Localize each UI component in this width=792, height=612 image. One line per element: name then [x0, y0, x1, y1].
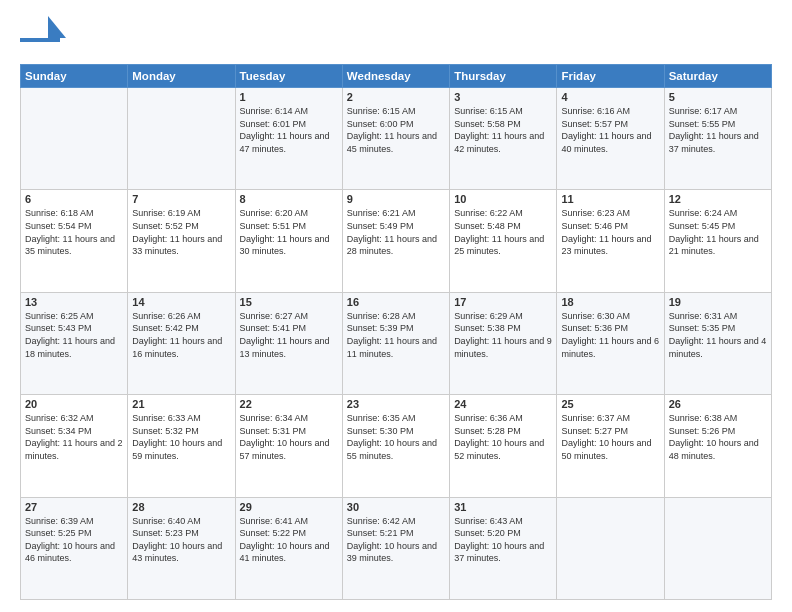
calendar-cell: 17Sunrise: 6:29 AMSunset: 5:38 PMDayligh…	[450, 292, 557, 394]
calendar-cell: 26Sunrise: 6:38 AMSunset: 5:26 PMDayligh…	[664, 395, 771, 497]
calendar-header: SundayMondayTuesdayWednesdayThursdayFrid…	[21, 65, 772, 88]
cell-info: Sunrise: 6:22 AMSunset: 5:48 PMDaylight:…	[454, 207, 552, 257]
day-number: 30	[347, 501, 445, 513]
day-number: 11	[561, 193, 659, 205]
day-number: 20	[25, 398, 123, 410]
cell-info: Sunrise: 6:29 AMSunset: 5:38 PMDaylight:…	[454, 310, 552, 360]
day-number: 17	[454, 296, 552, 308]
calendar-cell: 9Sunrise: 6:21 AMSunset: 5:49 PMDaylight…	[342, 190, 449, 292]
week-row-5: 27Sunrise: 6:39 AMSunset: 5:25 PMDayligh…	[21, 497, 772, 599]
cell-info: Sunrise: 6:28 AMSunset: 5:39 PMDaylight:…	[347, 310, 445, 360]
calendar-cell	[664, 497, 771, 599]
cell-info: Sunrise: 6:39 AMSunset: 5:25 PMDaylight:…	[25, 515, 123, 565]
cell-info: Sunrise: 6:26 AMSunset: 5:42 PMDaylight:…	[132, 310, 230, 360]
logo-icon	[20, 16, 66, 56]
header-row: SundayMondayTuesdayWednesdayThursdayFrid…	[21, 65, 772, 88]
calendar-cell: 22Sunrise: 6:34 AMSunset: 5:31 PMDayligh…	[235, 395, 342, 497]
day-header-friday: Friday	[557, 65, 664, 88]
day-number: 29	[240, 501, 338, 513]
cell-info: Sunrise: 6:15 AMSunset: 6:00 PMDaylight:…	[347, 105, 445, 155]
day-number: 4	[561, 91, 659, 103]
day-header-wednesday: Wednesday	[342, 65, 449, 88]
svg-marker-1	[48, 16, 66, 38]
calendar-cell: 14Sunrise: 6:26 AMSunset: 5:42 PMDayligh…	[128, 292, 235, 394]
day-header-thursday: Thursday	[450, 65, 557, 88]
header	[20, 16, 772, 56]
calendar-cell: 13Sunrise: 6:25 AMSunset: 5:43 PMDayligh…	[21, 292, 128, 394]
calendar-cell: 1Sunrise: 6:14 AMSunset: 6:01 PMDaylight…	[235, 88, 342, 190]
calendar-cell: 23Sunrise: 6:35 AMSunset: 5:30 PMDayligh…	[342, 395, 449, 497]
cell-info: Sunrise: 6:35 AMSunset: 5:30 PMDaylight:…	[347, 412, 445, 462]
day-number: 23	[347, 398, 445, 410]
week-row-3: 13Sunrise: 6:25 AMSunset: 5:43 PMDayligh…	[21, 292, 772, 394]
day-number: 25	[561, 398, 659, 410]
day-number: 19	[669, 296, 767, 308]
day-number: 22	[240, 398, 338, 410]
calendar-cell: 16Sunrise: 6:28 AMSunset: 5:39 PMDayligh…	[342, 292, 449, 394]
calendar-cell: 18Sunrise: 6:30 AMSunset: 5:36 PMDayligh…	[557, 292, 664, 394]
calendar-cell: 7Sunrise: 6:19 AMSunset: 5:52 PMDaylight…	[128, 190, 235, 292]
day-number: 21	[132, 398, 230, 410]
calendar-cell: 5Sunrise: 6:17 AMSunset: 5:55 PMDaylight…	[664, 88, 771, 190]
calendar-cell: 3Sunrise: 6:15 AMSunset: 5:58 PMDaylight…	[450, 88, 557, 190]
day-number: 10	[454, 193, 552, 205]
cell-info: Sunrise: 6:32 AMSunset: 5:34 PMDaylight:…	[25, 412, 123, 462]
cell-info: Sunrise: 6:19 AMSunset: 5:52 PMDaylight:…	[132, 207, 230, 257]
calendar-cell: 2Sunrise: 6:15 AMSunset: 6:00 PMDaylight…	[342, 88, 449, 190]
cell-info: Sunrise: 6:17 AMSunset: 5:55 PMDaylight:…	[669, 105, 767, 155]
svg-rect-0	[20, 38, 60, 42]
cell-info: Sunrise: 6:16 AMSunset: 5:57 PMDaylight:…	[561, 105, 659, 155]
day-number: 1	[240, 91, 338, 103]
day-header-monday: Monday	[128, 65, 235, 88]
day-number: 6	[25, 193, 123, 205]
day-number: 18	[561, 296, 659, 308]
day-header-saturday: Saturday	[664, 65, 771, 88]
calendar-cell: 30Sunrise: 6:42 AMSunset: 5:21 PMDayligh…	[342, 497, 449, 599]
calendar-cell: 31Sunrise: 6:43 AMSunset: 5:20 PMDayligh…	[450, 497, 557, 599]
cell-info: Sunrise: 6:14 AMSunset: 6:01 PMDaylight:…	[240, 105, 338, 155]
day-number: 5	[669, 91, 767, 103]
cell-info: Sunrise: 6:41 AMSunset: 5:22 PMDaylight:…	[240, 515, 338, 565]
day-number: 13	[25, 296, 123, 308]
day-number: 12	[669, 193, 767, 205]
calendar-cell: 21Sunrise: 6:33 AMSunset: 5:32 PMDayligh…	[128, 395, 235, 497]
cell-info: Sunrise: 6:21 AMSunset: 5:49 PMDaylight:…	[347, 207, 445, 257]
cell-info: Sunrise: 6:24 AMSunset: 5:45 PMDaylight:…	[669, 207, 767, 257]
calendar-cell: 15Sunrise: 6:27 AMSunset: 5:41 PMDayligh…	[235, 292, 342, 394]
day-number: 24	[454, 398, 552, 410]
calendar-cell: 27Sunrise: 6:39 AMSunset: 5:25 PMDayligh…	[21, 497, 128, 599]
cell-info: Sunrise: 6:30 AMSunset: 5:36 PMDaylight:…	[561, 310, 659, 360]
calendar-cell: 4Sunrise: 6:16 AMSunset: 5:57 PMDaylight…	[557, 88, 664, 190]
calendar-cell: 29Sunrise: 6:41 AMSunset: 5:22 PMDayligh…	[235, 497, 342, 599]
calendar-cell: 11Sunrise: 6:23 AMSunset: 5:46 PMDayligh…	[557, 190, 664, 292]
cell-info: Sunrise: 6:33 AMSunset: 5:32 PMDaylight:…	[132, 412, 230, 462]
cell-info: Sunrise: 6:42 AMSunset: 5:21 PMDaylight:…	[347, 515, 445, 565]
day-number: 3	[454, 91, 552, 103]
cell-info: Sunrise: 6:34 AMSunset: 5:31 PMDaylight:…	[240, 412, 338, 462]
calendar-cell: 19Sunrise: 6:31 AMSunset: 5:35 PMDayligh…	[664, 292, 771, 394]
cell-info: Sunrise: 6:40 AMSunset: 5:23 PMDaylight:…	[132, 515, 230, 565]
day-number: 8	[240, 193, 338, 205]
day-number: 26	[669, 398, 767, 410]
day-number: 31	[454, 501, 552, 513]
calendar-cell: 28Sunrise: 6:40 AMSunset: 5:23 PMDayligh…	[128, 497, 235, 599]
day-header-sunday: Sunday	[21, 65, 128, 88]
calendar-cell: 10Sunrise: 6:22 AMSunset: 5:48 PMDayligh…	[450, 190, 557, 292]
cell-info: Sunrise: 6:20 AMSunset: 5:51 PMDaylight:…	[240, 207, 338, 257]
calendar-cell: 24Sunrise: 6:36 AMSunset: 5:28 PMDayligh…	[450, 395, 557, 497]
day-number: 2	[347, 91, 445, 103]
cell-info: Sunrise: 6:18 AMSunset: 5:54 PMDaylight:…	[25, 207, 123, 257]
cell-info: Sunrise: 6:15 AMSunset: 5:58 PMDaylight:…	[454, 105, 552, 155]
day-number: 15	[240, 296, 338, 308]
calendar-cell: 20Sunrise: 6:32 AMSunset: 5:34 PMDayligh…	[21, 395, 128, 497]
cell-info: Sunrise: 6:27 AMSunset: 5:41 PMDaylight:…	[240, 310, 338, 360]
day-number: 16	[347, 296, 445, 308]
day-header-tuesday: Tuesday	[235, 65, 342, 88]
day-number: 14	[132, 296, 230, 308]
calendar-cell: 25Sunrise: 6:37 AMSunset: 5:27 PMDayligh…	[557, 395, 664, 497]
cell-info: Sunrise: 6:36 AMSunset: 5:28 PMDaylight:…	[454, 412, 552, 462]
calendar-cell: 8Sunrise: 6:20 AMSunset: 5:51 PMDaylight…	[235, 190, 342, 292]
cell-info: Sunrise: 6:31 AMSunset: 5:35 PMDaylight:…	[669, 310, 767, 360]
cell-info: Sunrise: 6:37 AMSunset: 5:27 PMDaylight:…	[561, 412, 659, 462]
logo	[20, 16, 70, 56]
